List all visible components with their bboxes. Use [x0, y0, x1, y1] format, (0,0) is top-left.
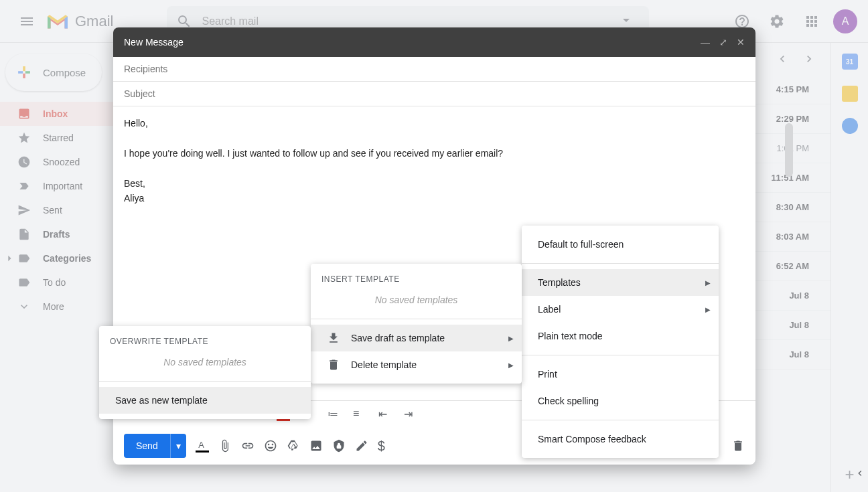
compose-label: Compose: [43, 67, 86, 78]
subject-field[interactable]: Subject: [113, 82, 755, 106]
discard-draft-button[interactable]: [731, 439, 745, 453]
side-panel: 31 +: [830, 43, 868, 492]
submenu-arrow-icon: ▶: [508, 361, 514, 369]
indent-more-button[interactable]: ⇥: [404, 408, 417, 421]
send-button[interactable]: Send ▾: [124, 434, 186, 458]
menu-smart-compose[interactable]: Smart Compose feedback: [522, 426, 719, 453]
newer-button[interactable]: [772, 48, 793, 70]
format-options-button[interactable]: A: [196, 439, 209, 453]
send-options-button[interactable]: ▾: [170, 434, 186, 458]
compose-title: New Message: [124, 37, 184, 48]
menu-templates[interactable]: Templates▶: [522, 269, 719, 296]
main-menu-button[interactable]: [11, 5, 43, 37]
close-button[interactable]: ✕: [737, 37, 745, 48]
compose-button[interactable]: Compose: [5, 54, 102, 91]
sent-icon: [17, 203, 31, 217]
hamburger-icon: [19, 13, 35, 29]
menu-separator: [311, 319, 522, 319]
bullet-list-button[interactable]: ≡: [353, 408, 366, 421]
search-input[interactable]: [202, 15, 613, 27]
submenu-arrow-icon: ▶: [705, 306, 711, 313]
chevron-right-icon: [802, 52, 816, 66]
calendar-addon[interactable]: 31: [842, 54, 858, 70]
numbered-list-button[interactable]: ≔: [328, 408, 341, 421]
menu-separator: [522, 420, 719, 420]
save-icon: [327, 331, 340, 345]
plus-icon: [13, 62, 35, 83]
label-icon: [17, 252, 31, 265]
gmail-logo[interactable]: Gmail: [46, 12, 113, 31]
recipients-field[interactable]: Recipients: [113, 57, 755, 82]
confidential-mode-button[interactable]: [332, 439, 346, 453]
menu-separator: [99, 381, 311, 382]
menu-delete-template[interactable]: Delete template▶: [311, 351, 522, 378]
insert-drive-button[interactable]: [287, 439, 300, 453]
show-side-panel-button[interactable]: [852, 465, 868, 481]
important-icon: [17, 179, 31, 193]
gmail-m-icon: [46, 12, 70, 31]
help-icon: [734, 13, 750, 29]
chevron-left-icon: [776, 52, 789, 66]
tasks-addon[interactable]: [842, 118, 858, 134]
scrollbar-thumb[interactable]: [785, 123, 793, 177]
svg-text:A: A: [198, 440, 204, 450]
insert-template-header: INSERT TEMPLATE: [311, 269, 522, 289]
more-options-menu: Default to full-screen Templates▶ Label▶…: [522, 226, 719, 458]
apps-button[interactable]: [798, 8, 825, 35]
menu-fullscreen[interactable]: Default to full-screen: [522, 231, 719, 258]
search-icon: [176, 13, 192, 29]
insert-signature-button[interactable]: [355, 439, 368, 453]
submenu-arrow-icon: ▶: [508, 335, 514, 342]
label-icon: [17, 276, 31, 289]
star-icon: [17, 131, 31, 145]
insert-photo-button[interactable]: [309, 439, 323, 453]
menu-plaintext[interactable]: Plain text mode: [522, 323, 719, 349]
keep-addon[interactable]: [842, 86, 858, 102]
insert-emoji-button[interactable]: [264, 439, 277, 453]
submenu-arrow-icon: ▶: [705, 279, 711, 286]
menu-separator: [522, 263, 719, 264]
older-button[interactable]: [798, 48, 820, 70]
menu-save-draft-as-template[interactable]: Save draft as template▶: [311, 325, 522, 351]
attach-button[interactable]: [218, 439, 232, 453]
minimize-button[interactable]: —: [701, 37, 710, 48]
save-template-submenu: OVERWRITE TEMPLATE No saved templates Sa…: [99, 326, 311, 419]
gmail-wordmark: Gmail: [75, 13, 113, 30]
money-button[interactable]: $: [378, 439, 391, 453]
menu-spelling[interactable]: Check spelling: [522, 388, 719, 414]
clock-icon: [17, 155, 31, 169]
drafts-icon: [17, 228, 31, 241]
templates-submenu: INSERT TEMPLATE No saved templates Save …: [311, 264, 522, 384]
menu-separator: [522, 355, 719, 355]
account-avatar[interactable]: A: [833, 9, 857, 33]
settings-button[interactable]: [764, 8, 790, 35]
insert-link-button[interactable]: [241, 439, 255, 453]
trash-icon: [327, 358, 340, 372]
inbox-icon: [17, 107, 31, 120]
overwrite-template-header: OVERWRITE TEMPLATE: [99, 331, 311, 351]
menu-print[interactable]: Print: [522, 361, 719, 388]
no-templates-text: No saved templates: [99, 351, 311, 376]
chevron-right-icon: [3, 252, 16, 265]
compose-header: New Message — ⤢ ✕: [113, 27, 755, 57]
gear-icon: [769, 13, 785, 29]
fullscreen-toggle-button[interactable]: ⤢: [719, 37, 727, 48]
menu-save-as-new-template[interactable]: Save as new template: [99, 387, 311, 414]
chevron-left-icon: [855, 468, 865, 479]
expand-more-icon: [17, 300, 31, 313]
scrollbar[interactable]: [785, 123, 793, 391]
no-templates-text: No saved templates: [311, 289, 522, 313]
caret-down-icon: [618, 12, 634, 28]
indent-less-button[interactable]: ⇤: [378, 408, 392, 421]
menu-label[interactable]: Label▶: [522, 296, 719, 323]
apps-grid-icon: [804, 13, 820, 29]
